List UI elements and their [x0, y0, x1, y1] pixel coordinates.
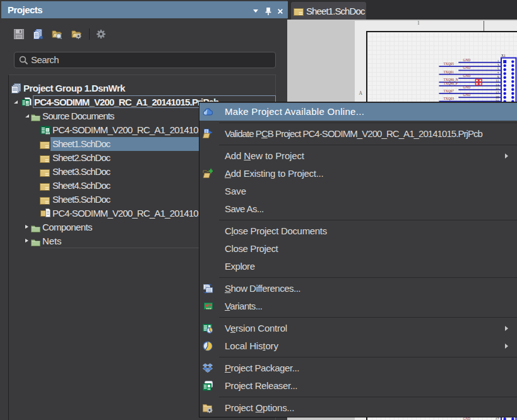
svg-text:TXQ01: TXQ01 — [444, 70, 455, 74]
svg-text:1: 1 — [417, 20, 420, 26]
svg-text:GND: GND — [463, 58, 471, 62]
svg-text:15: 15 — [496, 87, 499, 91]
svg-text:GND: GND — [463, 85, 471, 89]
svg-text:11: 11 — [496, 79, 499, 83]
svg-text:TXQ05: TXQ05 — [444, 62, 455, 66]
svg-text:A: A — [359, 90, 363, 96]
svg-text:TXQ03: TXQ03 — [444, 97, 455, 100]
svg-text:TXQ90_P: TXQ90_P — [444, 81, 458, 85]
svg-text:TXQ07: TXQ07 — [444, 89, 455, 93]
svg-text:13: 13 — [496, 83, 499, 87]
svg-text:3: 3 — [497, 63, 499, 67]
svg-text:1: 1 — [497, 59, 499, 63]
svg-text:7: 7 — [497, 71, 499, 75]
svg-text:5: 5 — [497, 67, 499, 71]
svg-text:9: 9 — [497, 75, 499, 79]
svg-text:GND: GND — [463, 74, 471, 78]
svg-text:X1: X1 — [501, 54, 506, 57]
svg-text:GND: GND — [463, 93, 471, 97]
svg-text:19: 19 — [496, 95, 499, 99]
svg-text:GND: GND — [463, 66, 471, 69]
svg-text:17: 17 — [496, 91, 499, 95]
